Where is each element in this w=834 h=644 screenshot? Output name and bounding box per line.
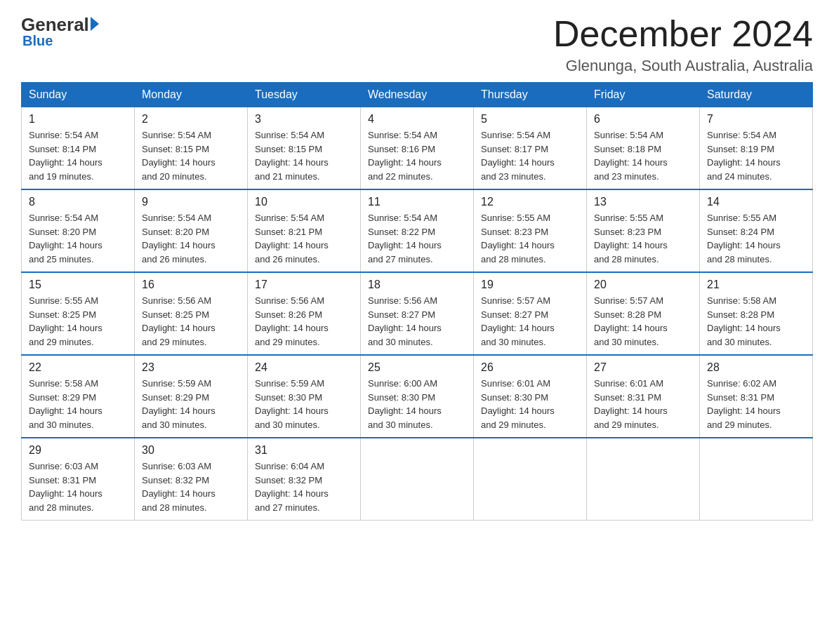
- day-info: Sunrise: 6:04 AM Sunset: 8:32 PM Dayligh…: [255, 459, 353, 514]
- header-tuesday: Tuesday: [248, 83, 361, 107]
- day-info: Sunrise: 5:56 AM Sunset: 8:26 PM Dayligh…: [255, 294, 353, 349]
- day-number: 27: [594, 361, 692, 374]
- calendar-cell: 26 Sunrise: 6:01 AM Sunset: 8:30 PM Dayl…: [474, 355, 587, 438]
- calendar-cell: 30 Sunrise: 6:03 AM Sunset: 8:32 PM Dayl…: [135, 438, 248, 521]
- day-number: 20: [594, 279, 692, 291]
- calendar-cell: 28 Sunrise: 6:02 AM Sunset: 8:31 PM Dayl…: [700, 355, 813, 438]
- week-row-5: 29 Sunrise: 6:03 AM Sunset: 8:31 PM Dayl…: [22, 438, 813, 521]
- header-monday: Monday: [135, 83, 248, 107]
- day-number: 26: [481, 361, 579, 374]
- header-saturday: Saturday: [700, 83, 813, 107]
- day-number: 25: [368, 361, 466, 374]
- day-info: Sunrise: 5:54 AM Sunset: 8:18 PM Dayligh…: [594, 128, 692, 183]
- day-info: Sunrise: 5:59 AM Sunset: 8:30 PM Dayligh…: [255, 377, 353, 431]
- day-number: 6: [594, 113, 692, 126]
- day-info: Sunrise: 6:02 AM Sunset: 8:31 PM Dayligh…: [707, 377, 805, 431]
- day-info: Sunrise: 5:55 AM Sunset: 8:25 PM Dayligh…: [29, 294, 127, 349]
- day-info: Sunrise: 5:54 AM Sunset: 8:14 PM Dayligh…: [29, 128, 127, 183]
- day-info: Sunrise: 5:54 AM Sunset: 8:21 PM Dayligh…: [255, 211, 353, 266]
- day-info: Sunrise: 6:01 AM Sunset: 8:31 PM Dayligh…: [594, 377, 692, 431]
- day-number: 3: [255, 113, 353, 126]
- calendar-cell: 3 Sunrise: 5:54 AM Sunset: 8:15 PM Dayli…: [248, 107, 361, 190]
- calendar-cell: 13 Sunrise: 5:55 AM Sunset: 8:23 PM Dayl…: [587, 189, 700, 272]
- calendar-cell: 4 Sunrise: 5:54 AM Sunset: 8:16 PM Dayli…: [361, 107, 474, 190]
- day-info: Sunrise: 5:54 AM Sunset: 8:20 PM Dayligh…: [142, 211, 240, 266]
- day-number: 10: [255, 196, 353, 208]
- calendar-cell: 1 Sunrise: 5:54 AM Sunset: 8:14 PM Dayli…: [22, 107, 135, 190]
- calendar-cell: 18 Sunrise: 5:56 AM Sunset: 8:27 PM Dayl…: [361, 272, 474, 355]
- calendar-cell: 14 Sunrise: 5:55 AM Sunset: 8:24 PM Dayl…: [700, 189, 813, 272]
- logo-arrow-icon: [91, 17, 99, 31]
- day-info: Sunrise: 5:58 AM Sunset: 8:28 PM Dayligh…: [707, 294, 805, 349]
- header-thursday: Thursday: [474, 83, 587, 107]
- day-info: Sunrise: 5:54 AM Sunset: 8:15 PM Dayligh…: [142, 128, 240, 183]
- day-number: 1: [29, 113, 127, 126]
- calendar-cell: 12 Sunrise: 5:55 AM Sunset: 8:23 PM Dayl…: [474, 189, 587, 272]
- title-section: December 2024 Glenunga, South Australia,…: [553, 14, 813, 75]
- calendar-cell: 8 Sunrise: 5:54 AM Sunset: 8:20 PM Dayli…: [22, 189, 135, 272]
- calendar-cell: 23 Sunrise: 5:59 AM Sunset: 8:29 PM Dayl…: [135, 355, 248, 438]
- day-info: Sunrise: 5:54 AM Sunset: 8:19 PM Dayligh…: [707, 128, 805, 183]
- calendar-cell: [474, 438, 587, 521]
- day-number: 12: [481, 196, 579, 208]
- day-info: Sunrise: 5:54 AM Sunset: 8:16 PM Dayligh…: [368, 128, 466, 183]
- calendar-cell: 29 Sunrise: 6:03 AM Sunset: 8:31 PM Dayl…: [22, 438, 135, 521]
- calendar-cell: 10 Sunrise: 5:54 AM Sunset: 8:21 PM Dayl…: [248, 189, 361, 272]
- day-number: 13: [594, 196, 692, 208]
- day-number: 16: [142, 279, 240, 291]
- calendar-cell: 17 Sunrise: 5:56 AM Sunset: 8:26 PM Dayl…: [248, 272, 361, 355]
- header-wednesday: Wednesday: [361, 83, 474, 107]
- day-number: 4: [368, 113, 466, 126]
- day-info: Sunrise: 5:55 AM Sunset: 8:23 PM Dayligh…: [594, 211, 692, 266]
- week-row-2: 8 Sunrise: 5:54 AM Sunset: 8:20 PM Dayli…: [22, 189, 813, 272]
- calendar-cell: 5 Sunrise: 5:54 AM Sunset: 8:17 PM Dayli…: [474, 107, 587, 190]
- calendar-header-row: SundayMondayTuesdayWednesdayThursdayFrid…: [22, 83, 813, 107]
- day-number: 21: [707, 279, 805, 291]
- day-info: Sunrise: 6:00 AM Sunset: 8:30 PM Dayligh…: [368, 377, 466, 431]
- day-number: 7: [707, 113, 805, 126]
- header-friday: Friday: [587, 83, 700, 107]
- calendar-cell: 20 Sunrise: 5:57 AM Sunset: 8:28 PM Dayl…: [587, 272, 700, 355]
- day-info: Sunrise: 5:56 AM Sunset: 8:25 PM Dayligh…: [142, 294, 240, 349]
- calendar-cell: 19 Sunrise: 5:57 AM Sunset: 8:27 PM Dayl…: [474, 272, 587, 355]
- day-info: Sunrise: 5:55 AM Sunset: 8:23 PM Dayligh…: [481, 211, 579, 266]
- calendar-cell: 25 Sunrise: 6:00 AM Sunset: 8:30 PM Dayl…: [361, 355, 474, 438]
- calendar-cell: 22 Sunrise: 5:58 AM Sunset: 8:29 PM Dayl…: [22, 355, 135, 438]
- month-title: December 2024: [553, 14, 813, 54]
- day-number: 9: [142, 196, 240, 208]
- day-number: 15: [29, 279, 127, 291]
- week-row-4: 22 Sunrise: 5:58 AM Sunset: 8:29 PM Dayl…: [22, 355, 813, 438]
- calendar-cell: 24 Sunrise: 5:59 AM Sunset: 8:30 PM Dayl…: [248, 355, 361, 438]
- day-number: 22: [29, 361, 127, 374]
- day-number: 31: [255, 444, 353, 457]
- day-number: 23: [142, 361, 240, 374]
- day-info: Sunrise: 5:54 AM Sunset: 8:20 PM Dayligh…: [29, 211, 127, 266]
- day-info: Sunrise: 5:54 AM Sunset: 8:15 PM Dayligh…: [255, 128, 353, 183]
- day-number: 28: [707, 361, 805, 374]
- page-header: General Blue December 2024 Glenunga, Sou…: [21, 14, 813, 75]
- week-row-3: 15 Sunrise: 5:55 AM Sunset: 8:25 PM Dayl…: [22, 272, 813, 355]
- calendar-cell: 27 Sunrise: 6:01 AM Sunset: 8:31 PM Dayl…: [587, 355, 700, 438]
- calendar-cell: 6 Sunrise: 5:54 AM Sunset: 8:18 PM Dayli…: [587, 107, 700, 190]
- day-number: 17: [255, 279, 353, 291]
- day-info: Sunrise: 6:03 AM Sunset: 8:32 PM Dayligh…: [142, 459, 240, 514]
- day-info: Sunrise: 5:59 AM Sunset: 8:29 PM Dayligh…: [142, 377, 240, 431]
- calendar-cell: 15 Sunrise: 5:55 AM Sunset: 8:25 PM Dayl…: [22, 272, 135, 355]
- location-title: Glenunga, South Australia, Australia: [553, 57, 813, 75]
- week-row-1: 1 Sunrise: 5:54 AM Sunset: 8:14 PM Dayli…: [22, 107, 813, 190]
- day-info: Sunrise: 6:03 AM Sunset: 8:31 PM Dayligh…: [29, 459, 127, 514]
- calendar-cell: 9 Sunrise: 5:54 AM Sunset: 8:20 PM Dayli…: [135, 189, 248, 272]
- calendar-cell: [700, 438, 813, 521]
- calendar-cell: [361, 438, 474, 521]
- day-info: Sunrise: 5:54 AM Sunset: 8:17 PM Dayligh…: [481, 128, 579, 183]
- day-number: 29: [29, 444, 127, 457]
- day-info: Sunrise: 5:54 AM Sunset: 8:22 PM Dayligh…: [368, 211, 466, 266]
- day-info: Sunrise: 5:57 AM Sunset: 8:28 PM Dayligh…: [594, 294, 692, 349]
- day-info: Sunrise: 5:57 AM Sunset: 8:27 PM Dayligh…: [481, 294, 579, 349]
- day-number: 2: [142, 113, 240, 126]
- calendar-cell: 16 Sunrise: 5:56 AM Sunset: 8:25 PM Dayl…: [135, 272, 248, 355]
- calendar-cell: [587, 438, 700, 521]
- logo-blue-text: Blue: [22, 33, 99, 49]
- calendar-cell: 11 Sunrise: 5:54 AM Sunset: 8:22 PM Dayl…: [361, 189, 474, 272]
- day-info: Sunrise: 6:01 AM Sunset: 8:30 PM Dayligh…: [481, 377, 579, 431]
